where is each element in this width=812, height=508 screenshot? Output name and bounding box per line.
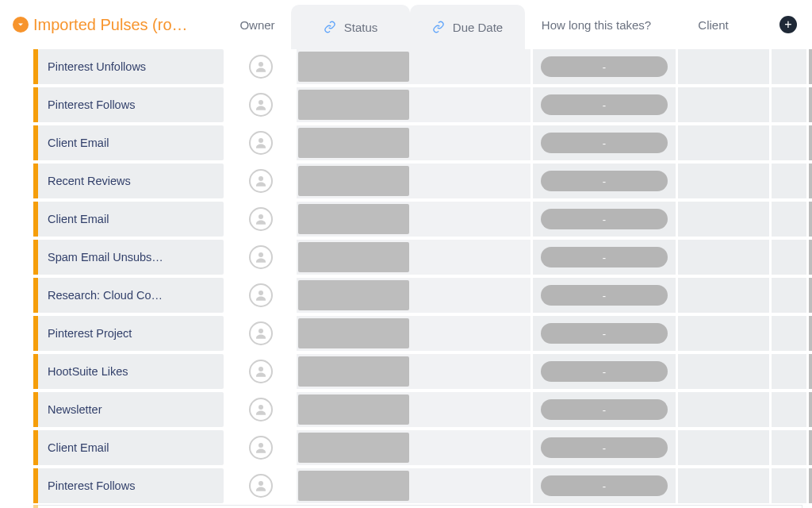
- how-long-cell[interactable]: -: [533, 87, 676, 122]
- owner-cell[interactable]: [227, 392, 294, 427]
- status-cell[interactable]: [297, 354, 416, 389]
- client-cell[interactable]: [678, 430, 769, 465]
- owner-cell[interactable]: [227, 468, 294, 503]
- pulse-name[interactable]: Pinterest Unfollows: [38, 49, 224, 84]
- column-header-client[interactable]: Client: [668, 0, 759, 49]
- owner-cell[interactable]: [227, 240, 294, 275]
- table-row[interactable]: HootSuite Likes -: [10, 354, 802, 389]
- client-cell[interactable]: [678, 468, 769, 503]
- status-cell[interactable]: [297, 468, 416, 503]
- client-cell[interactable]: [678, 87, 769, 122]
- owner-cell[interactable]: [227, 49, 294, 84]
- status-cell[interactable]: [297, 278, 416, 313]
- duration-pill: -: [541, 437, 668, 458]
- client-cell[interactable]: [678, 278, 769, 313]
- pulse-name[interactable]: Pinterest Follows: [38, 87, 224, 122]
- pulse-name[interactable]: Client Email: [38, 202, 224, 237]
- trailing-cell: [772, 430, 806, 465]
- due-date-cell[interactable]: [416, 278, 530, 313]
- table-row[interactable]: Pinterest Follows -: [10, 87, 802, 122]
- owner-cell[interactable]: [227, 164, 294, 198]
- how-long-cell[interactable]: -: [533, 164, 676, 198]
- new-pulse-row[interactable]: + Create a New Pulse (Row): [10, 505, 802, 508]
- table-row[interactable]: Recent Reviews -: [10, 164, 802, 198]
- status-cell[interactable]: [297, 49, 416, 84]
- pulse-name[interactable]: HootSuite Likes: [38, 354, 224, 389]
- status-cell[interactable]: [297, 240, 416, 275]
- client-cell[interactable]: [678, 392, 769, 427]
- due-date-cell[interactable]: [416, 240, 530, 275]
- table-row[interactable]: Client Email -: [10, 430, 802, 465]
- how-long-cell[interactable]: -: [533, 240, 676, 275]
- due-date-cell[interactable]: [416, 87, 530, 122]
- due-date-cell[interactable]: [416, 468, 530, 503]
- owner-cell[interactable]: [227, 278, 294, 313]
- person-icon: [249, 245, 273, 269]
- pulse-name[interactable]: Recent Reviews: [38, 164, 224, 198]
- pulse-name[interactable]: Pinterest Follows: [38, 468, 224, 503]
- table-row[interactable]: Spam Email Unsubs… -: [10, 240, 802, 275]
- owner-cell[interactable]: [227, 125, 294, 160]
- due-date-cell[interactable]: [416, 430, 530, 465]
- owner-cell[interactable]: [227, 87, 294, 122]
- due-date-cell[interactable]: [416, 164, 530, 198]
- how-long-cell[interactable]: -: [533, 278, 676, 313]
- how-long-cell[interactable]: -: [533, 202, 676, 237]
- client-cell[interactable]: [678, 125, 769, 160]
- table-row[interactable]: Client Email -: [10, 125, 802, 160]
- column-header-owner[interactable]: Owner: [224, 0, 291, 49]
- pulse-name[interactable]: Client Email: [38, 430, 224, 465]
- new-pulse-input[interactable]: + Create a New Pulse (Row): [38, 505, 802, 508]
- owner-cell[interactable]: [227, 316, 294, 351]
- duration-pill: -: [541, 285, 668, 306]
- status-cell[interactable]: [297, 164, 416, 198]
- status-cell[interactable]: [297, 125, 416, 160]
- client-cell[interactable]: [678, 49, 769, 84]
- table-row[interactable]: Pinterest Project -: [10, 316, 802, 351]
- how-long-cell[interactable]: -: [533, 49, 676, 84]
- due-date-cell[interactable]: [416, 49, 530, 84]
- owner-cell[interactable]: [227, 354, 294, 389]
- group-header[interactable]: Imported Pulses (ro…: [10, 0, 224, 49]
- due-date-cell[interactable]: [416, 392, 530, 427]
- status-cell[interactable]: [297, 392, 416, 427]
- due-date-cell[interactable]: [416, 125, 530, 160]
- column-header-how-long[interactable]: How long this takes?: [525, 0, 668, 49]
- owner-cell[interactable]: [227, 202, 294, 237]
- how-long-cell[interactable]: -: [533, 316, 676, 351]
- client-cell[interactable]: [678, 240, 769, 275]
- how-long-cell[interactable]: -: [533, 392, 676, 427]
- owner-cell[interactable]: [227, 430, 294, 465]
- how-long-cell[interactable]: -: [533, 125, 676, 160]
- due-date-cell[interactable]: [416, 354, 530, 389]
- chevron-down-icon[interactable]: [13, 17, 29, 33]
- person-icon: [249, 207, 273, 231]
- due-date-cell[interactable]: [416, 202, 530, 237]
- table-row[interactable]: Pinterest Unfollows -: [10, 49, 802, 84]
- column-header-due-date[interactable]: Due Date: [410, 5, 525, 49]
- status-cell[interactable]: [297, 316, 416, 351]
- status-cell[interactable]: [297, 87, 416, 122]
- table-row[interactable]: Client Email -: [10, 202, 802, 237]
- column-header-status[interactable]: Status: [291, 5, 410, 49]
- how-long-cell[interactable]: -: [533, 468, 676, 503]
- client-cell[interactable]: [678, 354, 769, 389]
- client-cell[interactable]: [678, 202, 769, 237]
- add-column-button[interactable]: +: [771, 0, 806, 49]
- pulse-name[interactable]: Spam Email Unsubs…: [38, 240, 224, 275]
- table-row[interactable]: Research: Cloud Co… -: [10, 278, 802, 313]
- pulse-name[interactable]: Client Email: [38, 125, 224, 160]
- group-title: Imported Pulses (ro…: [33, 16, 188, 34]
- pulse-name[interactable]: Newsletter: [38, 392, 224, 427]
- due-date-cell[interactable]: [416, 316, 530, 351]
- pulse-name[interactable]: Research: Cloud Co…: [38, 278, 224, 313]
- client-cell[interactable]: [678, 316, 769, 351]
- status-cell[interactable]: [297, 430, 416, 465]
- client-cell[interactable]: [678, 164, 769, 198]
- how-long-cell[interactable]: -: [533, 354, 676, 389]
- table-row[interactable]: Newsletter -: [10, 392, 802, 427]
- status-cell[interactable]: [297, 202, 416, 237]
- pulse-name[interactable]: Pinterest Project: [38, 316, 224, 351]
- table-row[interactable]: Pinterest Follows -: [10, 468, 802, 503]
- how-long-cell[interactable]: -: [533, 430, 676, 465]
